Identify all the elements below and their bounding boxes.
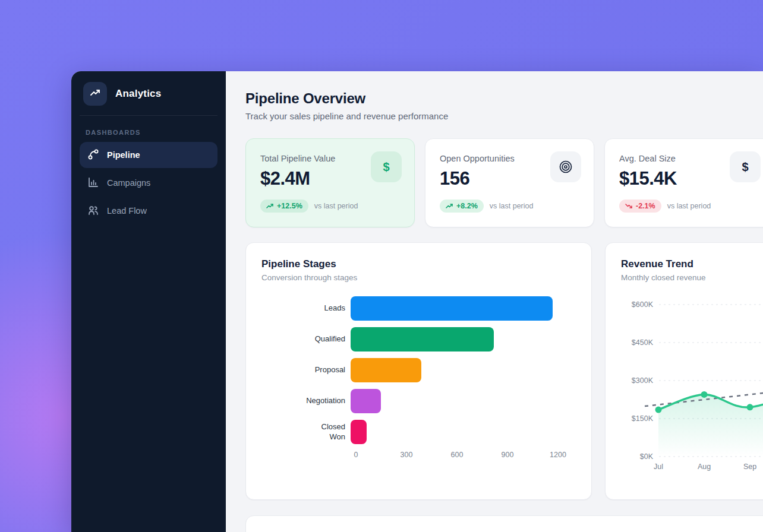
bar-row: Leads (261, 296, 576, 321)
delta-badge: +8.2% (440, 200, 484, 213)
svg-text:$0K: $0K (640, 452, 654, 461)
dollar-icon: $ (730, 151, 761, 182)
kpi-card-open-opportunities: Open Opportunities 156 +8.2% vs last per… (425, 138, 594, 227)
chart-title: Revenue Trend (621, 258, 763, 270)
bar-label: Proposal (261, 365, 351, 375)
line-chart: $0K$150K$300K$450K$600KJulAugSep (621, 289, 763, 477)
x-tick-label: 0 (354, 451, 358, 459)
main-content: Pipeline Overview Track your sales pipel… (226, 71, 763, 532)
app-window: Analytics DASHBOARDS Pipeline Campaigns (71, 71, 763, 532)
horizontal-bar-chart: Leads Qualified Proposal Negotiation (261, 296, 576, 463)
compare-label: vs last period (490, 202, 534, 210)
sidebar-item-label: Lead Flow (107, 206, 147, 216)
compare-label: vs last period (314, 202, 358, 210)
bar-row: Qualified (261, 327, 576, 352)
svg-text:$300K: $300K (632, 376, 654, 385)
x-tick-label: 900 (502, 451, 514, 459)
sidebar-item-pipeline[interactable]: Pipeline (80, 142, 217, 168)
app-logo-row: Analytics (80, 80, 217, 116)
app-logo (83, 82, 107, 106)
chart-subtitle: Conversion through stages (261, 273, 576, 282)
bar-chart-icon (87, 176, 99, 190)
compare-label: vs last period (667, 202, 711, 210)
bar-label: Negotiation (261, 396, 351, 406)
sidebar: Analytics DASHBOARDS Pipeline Campaigns (71, 71, 226, 532)
revenue-trend-card: Revenue Trend Monthly closed revenue $0K… (605, 242, 763, 500)
sidebar-item-campaigns[interactable]: Campaigns (80, 170, 217, 196)
kpi-card-total-pipeline-value: Total Pipeline Value $2.4M $ +12.5% vs l… (245, 138, 415, 227)
trending-up-icon (446, 203, 453, 209)
dollar-icon: $ (371, 151, 402, 182)
users-icon (87, 204, 99, 218)
kpi-card-avg-deal-size: Avg. Deal Size $15.4K $ -2.1% vs last pe… (604, 138, 763, 227)
bar-label: Qualified (261, 334, 351, 344)
bar-row: Proposal (261, 358, 576, 382)
bar-row: Negotiation (261, 389, 576, 413)
bar-negotiation (351, 389, 381, 413)
pipeline-stages-card: Pipeline Stages Conversion through stage… (245, 242, 592, 500)
target-icon (550, 151, 581, 182)
svg-text:$600K: $600K (632, 300, 654, 309)
page-subtitle: Track your sales pipeline and revenue pe… (245, 111, 763, 121)
kpi-row: Total Pipeline Value $2.4M $ +12.5% vs l… (245, 138, 763, 227)
svg-text:Sep: Sep (743, 463, 756, 471)
svg-text:$450K: $450K (632, 338, 654, 347)
delta-badge: -2.1% (619, 200, 661, 213)
sidebar-item-label: Campaigns (107, 178, 150, 188)
bar-x-axis: 03006009001200 (356, 451, 558, 463)
sidebar-section-label: DASHBOARDS (86, 129, 212, 136)
bar-row: Closed Won (261, 420, 576, 444)
page-title: Pipeline Overview (245, 90, 763, 107)
bar-qualified (351, 327, 494, 352)
chart-title: Pipeline Stages (261, 258, 576, 270)
bar-label: Closed Won (261, 422, 351, 442)
trending-up-icon (266, 203, 274, 209)
x-tick-label: 300 (401, 451, 413, 459)
pipeline-waypoints-icon (87, 148, 99, 162)
revenue-line-chart-svg: $0K$150K$300K$450K$600KJulAugSep (621, 289, 763, 474)
charts-row: Pipeline Stages Conversion through stage… (245, 242, 763, 500)
sidebar-item-label: Pipeline (107, 150, 140, 160)
bar-proposal (351, 358, 421, 382)
bar-closed-won (351, 420, 367, 444)
trending-up-icon (89, 87, 101, 101)
sidebar-item-lead-flow[interactable]: Lead Flow (80, 198, 217, 224)
x-tick-label: 1200 (550, 451, 566, 459)
svg-text:Aug: Aug (698, 463, 711, 471)
bottom-card (245, 515, 763, 532)
bar-label: Leads (261, 303, 351, 313)
app-name: Analytics (115, 88, 161, 100)
bar-leads (351, 296, 553, 321)
svg-text:Jul: Jul (654, 463, 663, 471)
x-tick-label: 600 (451, 451, 464, 459)
svg-text:$150K: $150K (632, 414, 654, 423)
chart-subtitle: Monthly closed revenue (621, 273, 763, 282)
trending-down-icon (625, 203, 633, 209)
delta-badge: +12.5% (260, 200, 308, 213)
